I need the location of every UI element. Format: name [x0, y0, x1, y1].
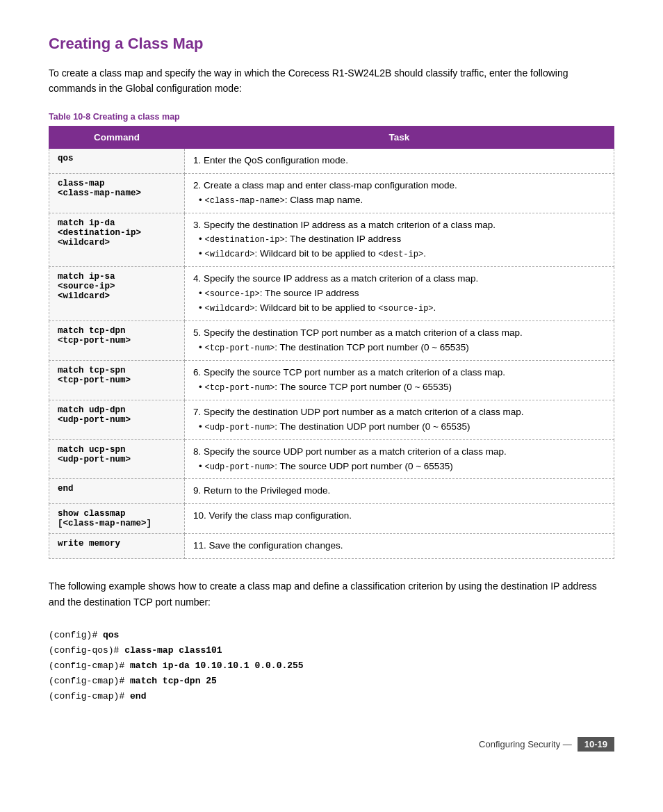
command-cell: match ip-da<destination-ip><wildcard>: [49, 213, 185, 267]
code-line: (config-cmap)# match ip-da 10.10.10.1 0.…: [49, 658, 614, 674]
command-cell: match udp-dpn<udp-port-num>: [49, 400, 185, 439]
table-caption: Table 10-8 Creating a class map: [49, 112, 614, 122]
task-bullet: • <tcp-port-num>: The destination TCP po…: [199, 341, 605, 355]
task-cell: 7. Specify the destination UDP port numb…: [185, 400, 614, 439]
task-bullet: • <destination-ip>: The destination IP a…: [199, 232, 605, 247]
command-cell: class-map<class-map-name>: [49, 173, 185, 213]
task-cell: 9. Return to the Privileged mode.: [185, 479, 614, 504]
task-cell: 4. Specify the source IP address as a ma…: [185, 267, 614, 321]
table-row: show classmap[<class-map-name>]10. Verif…: [49, 504, 614, 534]
task-bullet: • <tcp-port-num>: The source TCP port nu…: [199, 380, 605, 395]
table-row: class-map<class-map-name>2. Create a cla…: [49, 173, 614, 213]
table-row: qos1. Enter the QoS configuration mode.: [49, 148, 614, 173]
task-cell: 8. Specify the source UDP port number as…: [185, 439, 614, 479]
code-block: (config)# qos(config-qos)# class-map cla…: [49, 624, 614, 708]
table-row: match ip-sa<source-ip><wildcard>4. Speci…: [49, 267, 614, 321]
table-row: match tcp-dpn<tcp-port-num>5. Specify th…: [49, 321, 614, 361]
code-line: (config-cmap)# match tcp-dpn 25: [49, 674, 614, 689]
footer-text: Configuring Security —: [479, 739, 572, 749]
command-cell: match tcp-dpn<tcp-port-num>: [49, 321, 185, 361]
code-line: (config)# qos: [49, 628, 614, 643]
col-header-task: Task: [185, 126, 614, 148]
page-heading: Creating a Class Map: [49, 35, 614, 53]
code-line: (config-cmap)# end: [49, 689, 614, 704]
task-bullet: • <wildcard>: Wildcard bit to be applied…: [199, 247, 605, 261]
task-cell: 5. Specify the destination TCP port numb…: [185, 321, 614, 361]
task-bullet: • <udp-port-num>: The source UDP port nu…: [199, 460, 605, 474]
command-cell: match ip-sa<source-ip><wildcard>: [49, 267, 185, 321]
task-cell: 2. Create a class map and enter class-ma…: [185, 173, 614, 213]
command-cell: end: [49, 479, 185, 504]
table-row: match ip-da<destination-ip><wildcard>3. …: [49, 213, 614, 267]
example-paragraph: The following example shows how to creat…: [49, 578, 614, 610]
task-bullet: • <source-ip>: The source IP address: [199, 286, 605, 301]
command-cell: match ucp-spn<udp-port-num>: [49, 439, 185, 479]
table-row: match tcp-spn<tcp-port-num>6. Specify th…: [49, 360, 614, 400]
task-cell: 6. Specify the source TCP port number as…: [185, 360, 614, 400]
task-bullet: • <wildcard>: Wildcard bit to be applied…: [199, 301, 605, 316]
command-cell: show classmap[<class-map-name>]: [49, 504, 185, 534]
table-row: write memory11. Save the configuration c…: [49, 534, 614, 559]
intro-paragraph: To create a class map and specify the wa…: [49, 65, 614, 97]
task-cell: 1. Enter the QoS configuration mode.: [185, 148, 614, 173]
task-cell: 11. Save the configuration changes.: [185, 534, 614, 559]
task-bullet: • <class-map-name>: Class map name.: [199, 193, 605, 208]
page-number: 10-19: [578, 737, 614, 752]
command-cell: qos: [49, 148, 185, 173]
task-cell: 10. Verify the class map configuration.: [185, 504, 614, 534]
task-cell: 3. Specify the destination IP address as…: [185, 213, 614, 267]
code-line: (config-qos)# class-map class101: [49, 643, 614, 658]
table-row: match udp-dpn<udp-port-num>7. Specify th…: [49, 400, 614, 439]
table-row: match ucp-spn<udp-port-num>8. Specify th…: [49, 439, 614, 479]
task-bullet: • <udp-port-num>: The destination UDP po…: [199, 420, 605, 435]
command-table: Command Task qos1. Enter the QoS configu…: [49, 126, 614, 560]
command-cell: write memory: [49, 534, 185, 559]
page-footer: Configuring Security — 10-19: [49, 737, 614, 752]
col-header-command: Command: [49, 126, 185, 148]
command-cell: match tcp-spn<tcp-port-num>: [49, 360, 185, 400]
table-row: end9. Return to the Privileged mode.: [49, 479, 614, 504]
